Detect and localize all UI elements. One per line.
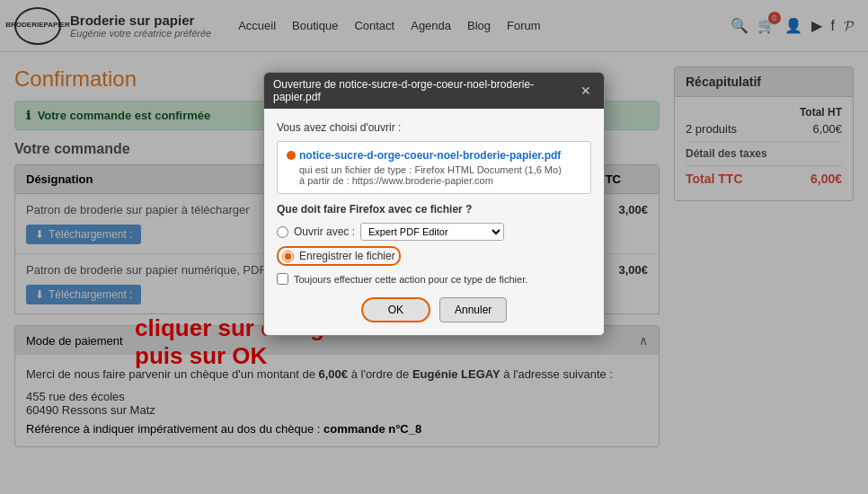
modal-options: Ouvrir avec : Expert PDF Editor Enregist… — [277, 223, 591, 266]
modal-title: Ouverture de notice-sucre-d-orge-coeur-n… — [273, 78, 577, 103]
save-file-highlight: Enregistrer le fichier — [277, 246, 401, 266]
file-source: à partir de : https://www.broderie-papie… — [287, 175, 581, 186]
save-file-label: Enregistrer le fichier — [299, 250, 395, 262]
file-info: notice-sucre-d-orge-coeur-noel-broderie-… — [277, 141, 591, 194]
save-file-radio[interactable] — [282, 251, 294, 262]
modal-titlebar: Ouverture de notice-sucre-d-orge-coeur-n… — [264, 73, 604, 109]
file-type: qui est un fichier de type : Firefox HTM… — [287, 164, 581, 175]
modal-prompt: Vous avez choisi d'ouvrir : — [277, 121, 591, 134]
pdf-app-select[interactable]: Expert PDF Editor — [360, 223, 504, 241]
save-file-option-row: Enregistrer le fichier — [277, 246, 591, 266]
modal-question: Que doit faire Firefox avec ce fichier ? — [277, 203, 591, 216]
always-do-checkbox-row: Toujours effectuer cette action pour ce … — [277, 273, 591, 285]
modal-body: Vous avez choisi d'ouvrir : notice-sucre… — [264, 109, 604, 335]
open-with-option-row: Ouvrir avec : Expert PDF Editor — [277, 223, 591, 241]
file-name: notice-sucre-d-orge-coeur-noel-broderie-… — [287, 149, 581, 162]
cancel-button[interactable]: Annuler — [439, 297, 507, 322]
ok-button[interactable]: OK — [361, 297, 430, 322]
modal-footer: OK Annuler — [277, 294, 591, 322]
modal-dialog: Ouverture de notice-sucre-d-orge-coeur-n… — [263, 72, 605, 336]
always-do-checkbox[interactable] — [277, 273, 288, 285]
modal-close-button[interactable]: ✕ — [577, 84, 595, 98]
open-with-radio[interactable] — [277, 226, 288, 238]
modal-overlay: Ouverture de notice-sucre-d-orge-coeur-n… — [0, 0, 868, 494]
always-do-label: Toujours effectuer cette action pour ce … — [294, 274, 527, 285]
file-dot-icon — [287, 151, 296, 160]
open-with-label: Ouvrir avec : — [294, 225, 355, 238]
